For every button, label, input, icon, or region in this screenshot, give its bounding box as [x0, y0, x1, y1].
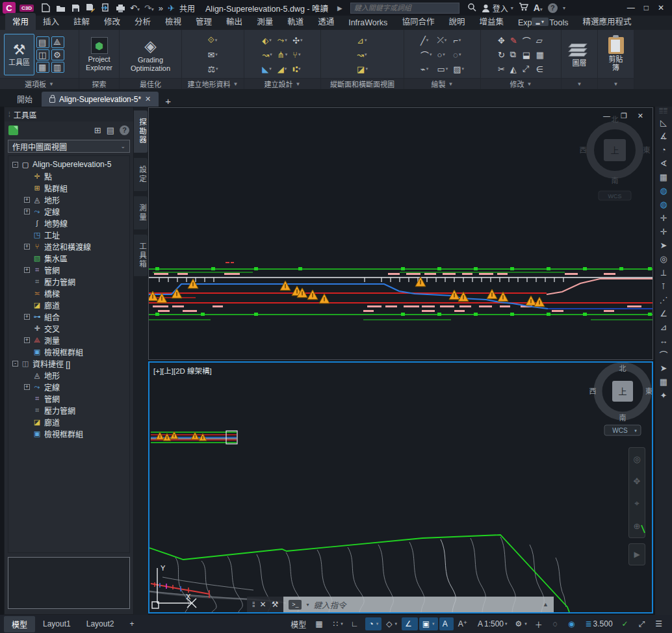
toolspace-tab[interactable]: 測量 — [134, 196, 148, 229]
wcs-menu[interactable]: WCS ▾ — [604, 425, 641, 435]
command-close-icon[interactable]: ✕ — [260, 600, 266, 609]
tree-expander[interactable]: + — [24, 337, 30, 343]
view-selector-dropdown[interactable]: 作用中圖面視圖⌄ — [8, 140, 130, 153]
palette-small-button[interactable]: ▦ — [36, 62, 49, 73]
palette-grip[interactable]: ⁞ — [8, 111, 10, 118]
new-drawing-tab-button[interactable]: + — [160, 96, 176, 107]
palette-small-button[interactable]: ⟁ — [51, 36, 64, 48]
layout-tab[interactable]: + — [122, 617, 142, 631]
tree-item[interactable]: ◬ 地形 — [8, 369, 129, 381]
title-flyout-icon[interactable]: ▶ — [337, 5, 342, 12]
isolate-objects-icon[interactable]: ◌ — [550, 617, 563, 630]
design-tool-button[interactable]: ⑂▾ — [291, 48, 304, 61]
maximize-button[interactable]: □ — [644, 3, 649, 12]
app-store-cart-icon[interactable] — [519, 3, 528, 13]
toolbar-grip[interactable]: ▒▒ — [659, 108, 667, 114]
profile-tool-button[interactable]: ◪▾ — [355, 62, 369, 75]
search-icon[interactable] — [467, 3, 476, 14]
viewcube[interactable]: 上 北 南 西 東 — [589, 365, 653, 422]
model-space-button[interactable]: 模型 — [286, 617, 311, 632]
tree-expander[interactable]: - — [12, 162, 18, 168]
help-search-box[interactable] — [350, 3, 459, 14]
undo-icon[interactable]: ↶▾ — [130, 4, 140, 12]
profile-grade-station-icon[interactable]: ∠ — [656, 307, 671, 320]
tree-item[interactable]: ⌗ 管網 — [8, 393, 129, 404]
palette-small-button[interactable]: ⚙ — [51, 49, 64, 60]
tree-item[interactable]: + ⟁ 測量 — [8, 334, 129, 346]
ribbon-tab[interactable]: 插入 — [36, 13, 66, 30]
layout-tab[interactable]: Layout1 — [35, 617, 79, 631]
tree-item[interactable]: ◪ 廊道 — [8, 299, 129, 311]
toolspace-tab[interactable]: 探勘器 — [134, 110, 148, 153]
toolspace-help-icon[interactable]: ? — [120, 125, 129, 135]
tree-item[interactable]: ⊞ 點群組 — [8, 182, 129, 194]
close-tab-icon[interactable]: ✕ — [145, 95, 151, 103]
project-explorer-button[interactable]: ⬢ Project Explorer — [82, 34, 116, 75]
modify-tool-button[interactable]: ⬓ — [521, 48, 532, 61]
draw-tool-button[interactable]: ⌒▾ — [419, 48, 433, 61]
palette-small-button[interactable]: ◫ — [36, 49, 49, 60]
tree-item[interactable]: ✛ 點 — [8, 170, 129, 182]
clipboard-button[interactable]: 剪貼簿 — [602, 34, 630, 75]
hardware-acceleration-icon[interactable]: ✓ — [619, 617, 634, 630]
command-line[interactable]: ⁞⁞ ✕ ⚒ >_ ▾ 鍵入指令 ▲ — [247, 597, 554, 612]
grid-display-icon[interactable]: ▦ — [312, 617, 328, 630]
match-radius-icon[interactable]: ⌒ — [656, 348, 671, 361]
layout-tab[interactable]: 模型 — [4, 616, 35, 632]
modify-tool-button[interactable]: ◭ — [509, 62, 519, 75]
toolspace-button[interactable]: ⚒ 工具區 — [4, 34, 34, 75]
doc-minimize-button[interactable]: — — [603, 112, 610, 120]
doc-restore-button[interactable]: ❐ — [621, 112, 627, 120]
panel-label-clipboard[interactable]: ▼ — [598, 78, 634, 89]
match-length-icon[interactable]: ↔ — [656, 334, 671, 348]
plan-view[interactable]: 上 北 南 西 東 WCS ▾ — [149, 363, 652, 612]
redo-icon[interactable]: ↷▾ — [144, 4, 154, 12]
tree-item[interactable]: ▣ 檢視框群組 — [8, 428, 129, 439]
station-offset-icon[interactable]: ⟂ — [656, 266, 671, 279]
autodesk-account-icon[interactable]: A▾ — [534, 3, 543, 12]
terrain-tool-button[interactable]: ⚖▾ — [206, 62, 219, 75]
design-tool-button[interactable]: ⤳▾ — [276, 34, 289, 47]
add-selected-icon[interactable]: ▦ — [656, 375, 671, 389]
tree-expander[interactable]: + — [24, 267, 30, 273]
tree-item[interactable]: + ◬ 地形 — [8, 194, 129, 205]
showmotion-icon[interactable]: ▶ — [628, 543, 645, 565]
tree-expander[interactable]: + — [24, 384, 30, 390]
design-tool-button[interactable]: ↝▾ — [261, 48, 273, 61]
deflection-distance-icon[interactable]: ∢ — [656, 157, 671, 170]
layout-tab[interactable]: Layout2 — [79, 617, 122, 631]
ribbon-tab[interactable]: 輸出 — [219, 13, 250, 30]
azimuth-distance-icon[interactable]: ◔ — [656, 143, 671, 157]
graphics-performance-icon[interactable]: ◉ — [565, 617, 580, 630]
modify-tool-button[interactable]: ⤢ — [521, 62, 532, 75]
ribbon-tab[interactable]: 檢視 — [158, 13, 188, 30]
palette-small-button[interactable]: ▤ — [36, 36, 49, 48]
tree-item[interactable]: - ▢ Align-Superelevation-5 — [8, 159, 129, 170]
object-snap-icon[interactable]: ▣ ▾ — [419, 617, 438, 630]
ribbon-tab[interactable]: 精選應用程式 — [576, 13, 639, 30]
item-view-toggle-icon[interactable]: ⊞ — [94, 125, 101, 135]
viewport-controls-label[interactable]: [+][上][2D 線架構] — [153, 365, 212, 376]
open-drawing-icon[interactable] — [55, 3, 66, 13]
tree-item[interactable]: ✚ 交叉 — [8, 322, 129, 334]
app-logo-icon[interactable]: C — [3, 2, 16, 14]
point-number-icon[interactable]: ✛ — [656, 211, 671, 225]
modify-tool-button[interactable]: ⌒ — [521, 34, 532, 47]
ribbon-tab[interactable]: 修改 — [97, 13, 127, 30]
tree-item[interactable]: ⌗ 壓力管網 — [8, 276, 129, 287]
minimize-button[interactable]: — — [627, 3, 635, 12]
profile-grade-length-icon[interactable]: ⊿ — [656, 320, 671, 334]
ribbon-tab[interactable]: 常用 — [5, 13, 36, 30]
modify-tool-button[interactable]: ⧉ — [509, 48, 519, 61]
latitude-longitude-icon[interactable]: ◍ — [656, 198, 671, 211]
elevation-readout[interactable]: ≣ 3.500 — [582, 617, 617, 630]
sign-in-button[interactable]: 登入▾ — [482, 3, 513, 14]
panel-label-palettes[interactable]: 選項板▼ — [0, 78, 79, 89]
layers-button[interactable]: 圖層 — [566, 34, 593, 75]
new-drawing-icon[interactable] — [40, 3, 51, 13]
annotation-scale-button[interactable]: A 1:500 ▾ — [474, 617, 511, 630]
ribbon-tab[interactable]: 說明 — [441, 13, 472, 30]
search-input[interactable] — [354, 4, 456, 12]
ribbon-tab[interactable]: InfraWorks — [341, 16, 394, 30]
ortho-mode-icon[interactable]: ∟ — [348, 617, 365, 630]
